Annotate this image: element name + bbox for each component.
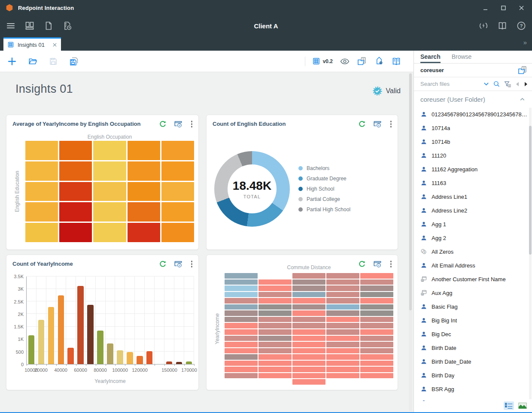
help-icon[interactable]: ?: [516, 20, 527, 31]
hamburger-menu-icon[interactable]: [5, 20, 16, 31]
folder-header[interactable]: coreuser (User Folder): [414, 91, 532, 107]
collapse-chevron-icon[interactable]: [520, 97, 525, 102]
list-item[interactable]: Agg 1: [420, 217, 532, 231]
list-item[interactable]: Another Customer First Name: [420, 272, 532, 286]
bar-slot: [164, 276, 174, 364]
list-item[interactable]: Birth Date_Date: [420, 355, 532, 368]
search-icon[interactable]: [493, 80, 500, 88]
list-item[interactable]: Big Big Int: [420, 313, 532, 327]
new-file-icon[interactable]: [43, 20, 54, 31]
close-button[interactable]: [518, 5, 524, 11]
filter-icon[interactable]: [504, 80, 511, 88]
list-item[interactable]: 10714a: [420, 121, 532, 135]
legend-item[interactable]: Partial High School: [298, 206, 350, 213]
list-item[interactable]: Agg 2: [420, 231, 532, 245]
refresh-icon[interactable]: [158, 260, 167, 268]
list-item[interactable]: 11163: [420, 176, 532, 190]
mosaic-cell: [360, 292, 393, 298]
save-as-button[interactable]: [69, 56, 79, 67]
save-button[interactable]: [48, 56, 58, 67]
y-tick-label: 2.5K: [6, 299, 24, 304]
mosaic-cell: [360, 317, 393, 322]
legend-item[interactable]: High School: [298, 186, 350, 192]
prev-result-icon[interactable]: [515, 82, 520, 87]
documentation-book-icon[interactable]: [497, 20, 508, 31]
legend-dot-icon: [298, 176, 303, 181]
list-item[interactable]: 10714b: [420, 135, 532, 149]
mosaic-cell: [292, 310, 325, 316]
list-item[interactable]: Basic Flag: [420, 300, 532, 313]
person-icon: [420, 386, 427, 392]
thumbnail-view-icon[interactable]: [517, 401, 528, 410]
chevron-down-icon[interactable]: [483, 81, 489, 87]
mosaic-cell: [292, 323, 325, 328]
bar-slot: [106, 276, 116, 364]
legend-label: Partial High School: [307, 206, 350, 213]
connection-sync-icon[interactable]: [478, 20, 489, 31]
heatmap-cell: [59, 202, 92, 222]
bar-slot: [27, 276, 36, 364]
refresh-icon[interactable]: [358, 120, 366, 128]
list-item[interactable]: Aux Agg: [420, 286, 532, 300]
sidebar-scrollbar[interactable]: [529, 108, 532, 399]
workspace-layout-icon[interactable]: [24, 20, 35, 31]
tag-icon[interactable]: [374, 56, 384, 67]
list-item[interactable]: BSR Agg: [420, 382, 532, 396]
mosaic-cell: [360, 273, 393, 279]
card-title: Count of YearlyIncome: [12, 261, 73, 267]
legend-item[interactable]: Partial College: [298, 196, 350, 202]
list-item[interactable]: 0123456789012345678901234567890123456789…: [420, 107, 532, 121]
list-item[interactable]: Birth Date: [420, 341, 532, 355]
legend-item[interactable]: Bachelors: [298, 165, 350, 171]
auto-refresh-icon[interactable]: [173, 259, 183, 269]
mosaic-cell: [360, 367, 393, 372]
list-item[interactable]: Birth Day: [420, 368, 532, 382]
mosaic-cell: [225, 323, 258, 328]
search-input[interactable]: [420, 81, 480, 87]
mosaic-cell: [258, 298, 292, 304]
card-menu-icon[interactable]: [389, 120, 394, 128]
query-input[interactable]: [420, 67, 514, 73]
card-menu-icon[interactable]: [189, 120, 195, 128]
legend-item[interactable]: Graduate Degree: [298, 176, 350, 182]
list-view-icon[interactable]: [504, 401, 514, 410]
heatmap-cell: [128, 141, 160, 160]
heatmap-cell: [161, 182, 194, 201]
mosaic-cell: [326, 373, 359, 379]
person-icon: [420, 372, 427, 379]
auto-refresh-icon[interactable]: [373, 119, 382, 129]
list-item[interactable]: 11120: [420, 149, 532, 162]
tab-close-icon[interactable]: [52, 43, 57, 47]
list-item-label: Big Dec: [432, 331, 451, 337]
bar: [67, 348, 73, 364]
list-item[interactable]: $All Zeros: [420, 245, 532, 258]
next-result-icon[interactable]: [523, 82, 529, 87]
heatmap-cell: [161, 161, 194, 181]
refresh-icon[interactable]: [158, 120, 167, 128]
tab-browse[interactable]: Browse: [452, 51, 472, 63]
maximize-button[interactable]: [500, 5, 506, 11]
bar-slot: [115, 276, 125, 364]
open-folder-document-icon[interactable]: [357, 56, 367, 67]
list-item[interactable]: [420, 396, 532, 401]
open-folder-document-icon[interactable]: [517, 65, 528, 76]
recent-files-icon[interactable]: [62, 20, 73, 31]
heatmap-cell: [93, 202, 126, 222]
catalog-book-icon[interactable]: [391, 56, 401, 67]
card-menu-icon[interactable]: [189, 260, 195, 268]
list-item[interactable]: 11162 Aggregation: [420, 162, 532, 176]
main-scrollbar[interactable]: [409, 73, 412, 411]
tab-insights-01[interactable]: Insights 01: [3, 37, 61, 51]
preview-eye-icon[interactable]: [340, 56, 350, 67]
auto-refresh-icon[interactable]: [173, 119, 183, 129]
add-widget-button[interactable]: [7, 56, 17, 67]
tab-search[interactable]: Search: [420, 51, 441, 63]
list-item[interactable]: Big Dec: [420, 327, 532, 341]
list-item[interactable]: Alt Email Address: [420, 258, 532, 272]
list-item[interactable]: Address Line2: [420, 203, 532, 217]
list-item[interactable]: Address Line1: [420, 190, 532, 203]
open-folder-button[interactable]: [27, 56, 38, 67]
mosaic-cell: [225, 317, 258, 322]
tab-overflow-icon[interactable]: »: [523, 39, 527, 46]
minimize-button[interactable]: [482, 5, 488, 11]
